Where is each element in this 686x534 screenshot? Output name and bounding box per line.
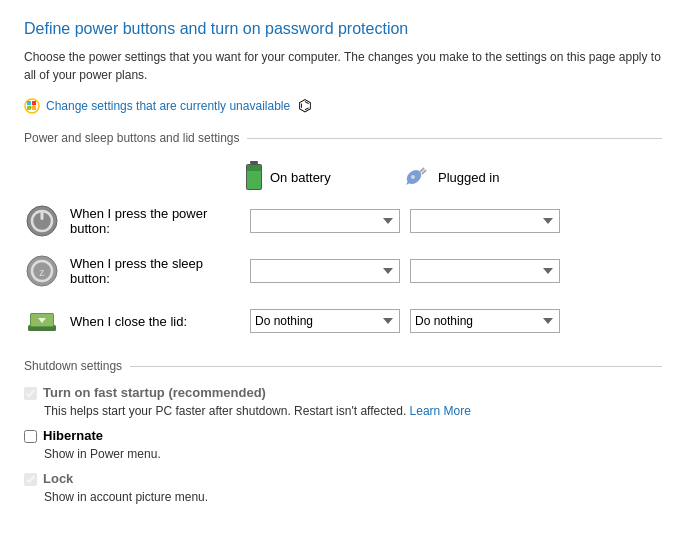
page-title: Define power buttons and turn on passwor… [24, 20, 662, 38]
svg-point-13 [411, 175, 415, 179]
svg-rect-4 [32, 106, 36, 110]
learn-more-link[interactable]: Learn More [410, 404, 471, 418]
column-headers: On battery Plugged in [244, 161, 662, 193]
hibernate-checkbox[interactable] [24, 430, 37, 443]
sleep-button-row: z When I press the sleep button: Do noth… [24, 253, 662, 289]
battery-label: On battery [270, 170, 331, 185]
lock-label: Lock [43, 471, 73, 486]
power-button-label: When I press the power button: [70, 206, 240, 236]
close-lid-label: When I close the lid: [70, 314, 240, 329]
fast-startup-description: This helps start your PC faster after sh… [44, 404, 406, 418]
power-button-row: When I press the power button: Do nothin… [24, 203, 662, 239]
battery-column-header: On battery [244, 161, 404, 193]
shutdown-section-header: Shutdown settings [24, 359, 662, 373]
hibernate-item: Hibernate [24, 428, 662, 443]
close-lid-row: When I close the lid: Do nothing Sleep H… [24, 303, 662, 339]
buttons-lid-label: Power and sleep buttons and lid settings [24, 131, 239, 145]
fast-startup-item: Turn on fast startup (recommended) [24, 385, 662, 400]
shutdown-divider [130, 366, 662, 367]
pluggedin-column-header: Plugged in [404, 161, 564, 193]
change-settings-link[interactable]: Change settings that are currently unava… [46, 99, 290, 113]
power-button-battery-select[interactable]: Do nothing Sleep Hibernate Shut down [250, 209, 400, 233]
svg-rect-2 [32, 101, 36, 105]
shutdown-section: Shutdown settings Turn on fast startup (… [24, 359, 662, 504]
close-lid-selects: Do nothing Sleep Hibernate Shut down Do … [250, 309, 560, 333]
sleep-button-plugged-select[interactable]: Do nothing Sleep Hibernate Shut down [410, 259, 560, 283]
svg-rect-1 [27, 101, 31, 105]
svg-rect-8 [247, 165, 261, 171]
hibernate-label: Hibernate [43, 428, 103, 443]
lock-checkbox[interactable] [24, 473, 37, 486]
page-description: Choose the power settings that you want … [24, 48, 662, 84]
cursor-pointer-icon: ⌬ [298, 96, 312, 115]
shutdown-label: Shutdown settings [24, 359, 122, 373]
svg-rect-3 [27, 106, 31, 110]
battery-icon [244, 161, 264, 193]
section-divider [247, 138, 662, 139]
svg-rect-5 [250, 161, 258, 164]
close-lid-plugged-select[interactable]: Do nothing Sleep Hibernate Shut down [410, 309, 560, 333]
lock-item: Lock [24, 471, 662, 486]
lock-desc: Show in account picture menu. [44, 490, 662, 504]
close-lid-icon [24, 303, 60, 339]
power-button-icon [24, 203, 60, 239]
pluggedin-label: Plugged in [438, 170, 499, 185]
change-settings-row: Change settings that are currently unava… [24, 96, 662, 115]
pluggedin-icon [404, 167, 432, 187]
power-button-plugged-select[interactable]: Do nothing Sleep Hibernate Shut down [410, 209, 560, 233]
fast-startup-label: Turn on fast startup (recommended) [43, 385, 266, 400]
hibernate-desc: Show in Power menu. [44, 447, 662, 461]
fast-startup-desc: This helps start your PC faster after sh… [44, 404, 662, 418]
svg-text:z: z [39, 265, 44, 279]
sleep-button-label: When I press the sleep button: [70, 256, 240, 286]
sleep-button-battery-select[interactable]: Do nothing Sleep Hibernate Shut down [250, 259, 400, 283]
sleep-button-icon: z [24, 253, 60, 289]
power-button-selects: Do nothing Sleep Hibernate Shut down Do … [250, 209, 560, 233]
buttons-lid-section-header: Power and sleep buttons and lid settings [24, 131, 662, 145]
close-lid-battery-select[interactable]: Do nothing Sleep Hibernate Shut down [250, 309, 400, 333]
fast-startup-checkbox[interactable] [24, 387, 37, 400]
sleep-button-selects: Do nothing Sleep Hibernate Shut down Do … [250, 259, 560, 283]
shield-icon [24, 98, 40, 114]
svg-rect-16 [41, 210, 44, 220]
